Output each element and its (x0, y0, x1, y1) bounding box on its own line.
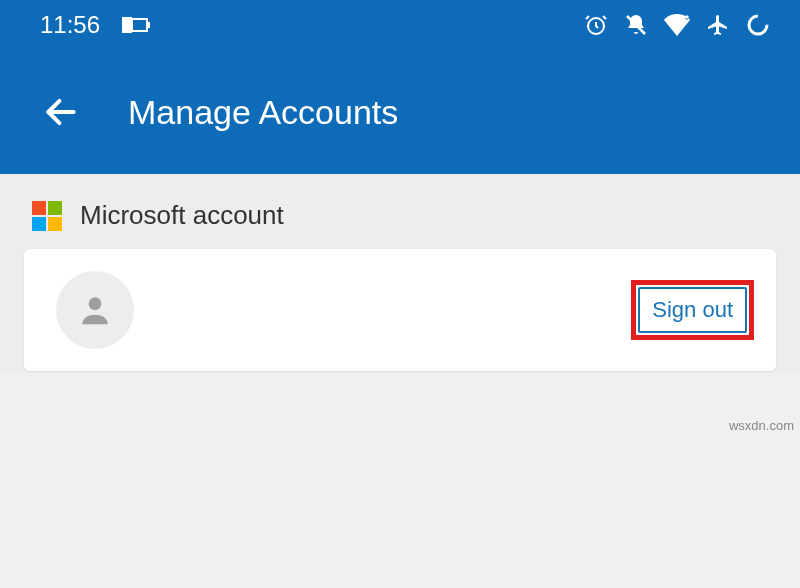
app-bar: Manage Accounts (0, 50, 800, 174)
svg-rect-0 (122, 17, 132, 33)
battery-icon (122, 17, 150, 33)
page-title: Manage Accounts (128, 93, 398, 132)
svg-rect-1 (132, 19, 147, 31)
section-title: Microsoft account (80, 200, 284, 231)
wifi-icon (664, 14, 690, 36)
avatar (56, 271, 134, 349)
status-right (584, 13, 770, 37)
account-card: Sign out (24, 249, 776, 371)
watermark: wsxdn.com (729, 418, 794, 433)
section-header: Microsoft account (24, 198, 776, 249)
status-bar: 11:56 (0, 0, 800, 50)
status-time: 11:56 (40, 11, 100, 39)
sign-out-button[interactable]: Sign out (638, 287, 747, 333)
svg-rect-2 (147, 22, 150, 28)
status-left: 11:56 (40, 11, 150, 39)
airplane-mode-icon (706, 13, 730, 37)
highlight-annotation: Sign out (631, 280, 754, 340)
microsoft-logo-icon (32, 201, 62, 231)
svg-point-5 (749, 16, 767, 34)
back-button[interactable] (42, 93, 80, 131)
svg-point-7 (89, 297, 102, 310)
content-area: Microsoft account Sign out (0, 174, 800, 371)
notifications-off-icon (624, 13, 648, 37)
alarm-icon (584, 13, 608, 37)
loading-icon (746, 13, 770, 37)
